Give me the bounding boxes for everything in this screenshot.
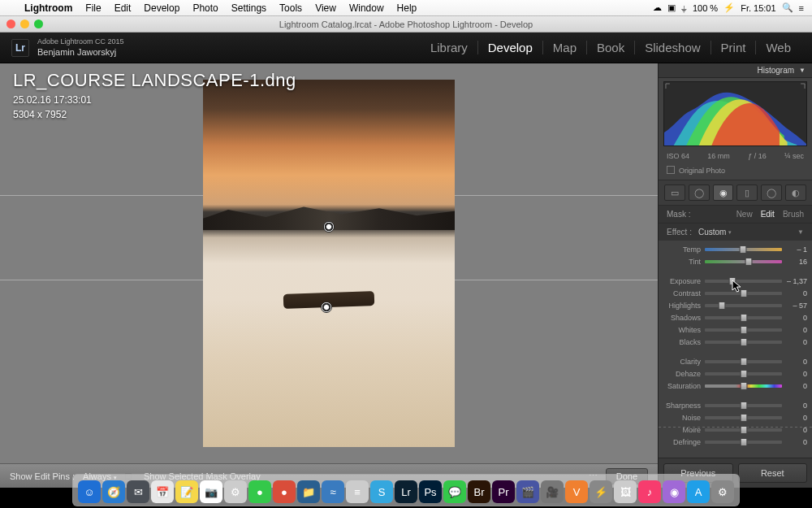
slider-saturation[interactable]: Saturation0 xyxy=(663,380,807,392)
slider-highlights[interactable]: Highlights– 57 xyxy=(663,299,807,311)
module-print[interactable]: Print xyxy=(711,41,757,54)
spotlight-icon[interactable]: 🔍 xyxy=(782,2,793,13)
photo-metadata: ISO 6416 mmƒ / 16¼ sec xyxy=(659,150,812,163)
brush-tool[interactable]: ◐ xyxy=(785,185,806,201)
dock-app[interactable]: ≡ xyxy=(346,480,369,503)
menu-photo[interactable]: Photo xyxy=(186,2,224,14)
radial-filter-tool[interactable]: ◯ xyxy=(761,185,782,201)
dock-app[interactable]: 📁 xyxy=(297,480,320,503)
dock-app[interactable]: Pr xyxy=(492,480,515,503)
slider-noise[interactable]: Noise0 xyxy=(663,411,807,423)
battery-icon: ⚡ xyxy=(723,2,735,13)
window-titlebar: Lightroom Catalog.lrcat - Adobe Photosho… xyxy=(0,16,812,33)
menu-file[interactable]: File xyxy=(79,2,107,14)
dock-app[interactable]: 📷 xyxy=(200,480,222,503)
slider-blacks[interactable]: Blacks0 xyxy=(663,336,807,348)
dock-app[interactable]: ♪ xyxy=(638,480,661,503)
module-picker: LibraryDevelopMapBookSlideshowPrintWeb xyxy=(421,41,801,54)
spot-tool[interactable]: ◯ xyxy=(689,185,710,201)
menu-window[interactable]: Window xyxy=(343,2,391,14)
dock-app[interactable]: 💬 xyxy=(443,480,466,503)
dock-app[interactable]: 📅 xyxy=(151,480,174,503)
menu-develop[interactable]: Develop xyxy=(137,2,186,14)
radial-tool[interactable]: ▯ xyxy=(736,185,758,201)
menubar-status: ☁ ▣ ⏚ 100 % ⚡ Fr. 15:01 🔍 ≡ xyxy=(653,2,812,13)
dock-app[interactable]: S xyxy=(370,480,393,503)
dock-app[interactable]: ⚙ xyxy=(224,480,247,503)
app-menu[interactable]: Lightroom xyxy=(18,2,79,14)
effect-row[interactable]: Effect : Custom▾ ▼ xyxy=(659,224,812,241)
menu-help[interactable]: Help xyxy=(391,2,424,14)
notification-icon[interactable]: ≡ xyxy=(799,3,804,13)
slider-whites[interactable]: Whites0 xyxy=(663,323,807,336)
slider-dehaze[interactable]: Dehaze0 xyxy=(663,367,807,380)
slider-shadows[interactable]: Shadows0 xyxy=(663,311,807,323)
product-name: Adobe Lightroom CC 2015 xyxy=(37,37,124,47)
menu-tools[interactable]: Tools xyxy=(273,2,309,14)
module-map[interactable]: Map xyxy=(543,41,587,54)
original-photo-toggle[interactable]: Original Photo xyxy=(659,163,812,180)
slider-clarity[interactable]: Clarity0 xyxy=(663,355,807,367)
slider-contrast[interactable]: Contrast0 xyxy=(663,287,807,299)
gradient-pin-2[interactable] xyxy=(321,302,332,313)
macos-menubar: Lightroom FileEditDevelopPhotoSettingsTo… xyxy=(0,0,812,16)
module-book[interactable]: Book xyxy=(587,41,635,54)
photo-preview[interactable] xyxy=(203,80,455,447)
dock-app[interactable]: A xyxy=(687,480,710,503)
mask-row: Mask : New Edit Brush xyxy=(659,206,812,224)
dock-app[interactable]: 🎬 xyxy=(516,480,539,503)
overlay-dimensions: 5304 x 7952 xyxy=(13,109,296,120)
histogram-header[interactable]: Histogram▼ xyxy=(659,63,812,78)
module-web[interactable]: Web xyxy=(756,41,801,54)
crop-tool[interactable]: ▭ xyxy=(664,185,685,201)
dock-app[interactable]: 🧭 xyxy=(102,480,125,503)
dock-app[interactable]: 🖼 xyxy=(614,480,637,503)
slider-sharpness[interactable]: Sharpness0 xyxy=(663,399,807,411)
dock-app[interactable]: ≈ xyxy=(322,480,344,503)
gradient-pin[interactable] xyxy=(323,221,335,232)
reset-button[interactable]: Reset xyxy=(738,463,808,483)
module-slideshow[interactable]: Slideshow xyxy=(635,41,710,54)
dock-app[interactable]: Lr xyxy=(395,480,417,503)
mask-brush[interactable]: Brush xyxy=(783,210,804,219)
macos-dock: ☺🧭✉📅📝📷⚙●●📁≈≡SLrPs💬BrPr🎬🎥V⚡🖼♪◉A⚙ xyxy=(72,474,740,506)
user-name: Benjamin Jaworskyj xyxy=(37,46,124,58)
histogram[interactable] xyxy=(663,81,807,146)
battery-pct: 100 % xyxy=(693,3,718,13)
clock: Fr. 15:01 xyxy=(741,3,775,13)
cloud-icon: ☁ xyxy=(653,2,662,13)
menu-edit[interactable]: Edit xyxy=(108,2,138,14)
slider-moire[interactable]: Moire0 xyxy=(663,423,807,436)
slider-tint[interactable]: Tint16 xyxy=(663,255,807,267)
slider-defringe[interactable]: Defringe0 xyxy=(663,436,807,448)
menu-settings[interactable]: Settings xyxy=(225,2,273,14)
dock-app[interactable]: 📝 xyxy=(175,480,198,503)
module-develop[interactable]: Develop xyxy=(478,41,543,54)
edit-pins-label: Show Edit Pins : xyxy=(10,471,75,481)
identity-plate: Lr Adobe Lightroom CC 2015 Benjamin Jawo… xyxy=(0,33,812,63)
dock-app[interactable]: V xyxy=(565,480,588,503)
dock-app[interactable]: Ps xyxy=(419,480,442,503)
wifi-icon: ⏚ xyxy=(681,3,687,13)
canvas-area: LR_COURSE LANDSCAPE-1.dng 25.02.16 17:33… xyxy=(0,63,658,488)
mask-new[interactable]: New xyxy=(736,210,753,219)
overlay-datetime: 25.02.16 17:33:01 xyxy=(13,94,296,106)
window-title: Lightroom Catalog.lrcat - Adobe Photosho… xyxy=(0,20,812,29)
dock-app[interactable]: ⚡ xyxy=(590,480,612,503)
dock-app[interactable]: ● xyxy=(273,480,296,503)
dock-app[interactable]: Br xyxy=(468,480,490,503)
dock-app[interactable]: ✉ xyxy=(127,480,149,503)
dock-app[interactable]: ◉ xyxy=(663,480,685,503)
lightroom-logo: Lr xyxy=(11,39,29,57)
menu-view[interactable]: View xyxy=(309,2,343,14)
slider-exposure[interactable]: Exposure– 1,37 xyxy=(663,275,807,287)
dock-app[interactable]: ● xyxy=(248,480,271,503)
mask-edit[interactable]: Edit xyxy=(761,210,775,219)
dock-app[interactable]: ☺ xyxy=(78,480,101,503)
slider-temp[interactable]: Temp– 1 xyxy=(663,243,807,255)
dock-app[interactable]: ⚙ xyxy=(711,480,734,503)
dock-app[interactable]: 🎥 xyxy=(541,480,564,503)
display-icon: ▣ xyxy=(667,2,676,13)
module-library[interactable]: Library xyxy=(421,41,478,54)
gradient-tool[interactable]: ◉ xyxy=(713,185,734,201)
